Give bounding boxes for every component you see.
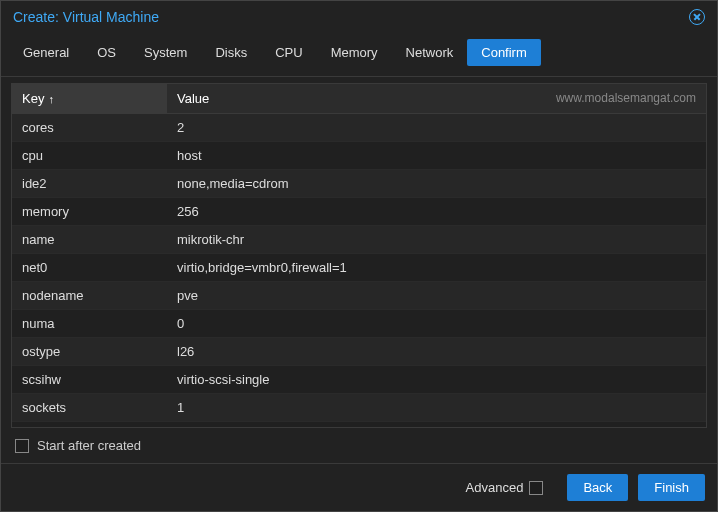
- cell-key: ide2: [12, 170, 167, 197]
- advanced-checkbox[interactable]: [529, 481, 543, 495]
- sort-asc-icon: ↑: [48, 93, 54, 105]
- cell-value: 1: [167, 394, 706, 421]
- cell-value: 0: [167, 310, 706, 337]
- summary-grid: Key ↑ Value www.modalsemangat.com cores2…: [11, 83, 707, 428]
- cell-key: sockets: [12, 394, 167, 421]
- tab-general[interactable]: General: [9, 39, 83, 66]
- finish-button[interactable]: Finish: [638, 474, 705, 501]
- cell-value: 100: [167, 422, 706, 427]
- dialog-footer: Advanced Back Finish: [1, 463, 717, 511]
- start-after-created-option: Start after created: [11, 428, 707, 457]
- table-row[interactable]: scsihwvirtio-scsi-single: [12, 366, 706, 394]
- table-row[interactable]: sockets1: [12, 394, 706, 422]
- wizard-tabs: GeneralOSSystemDisksCPUMemoryNetworkConf…: [1, 33, 717, 77]
- cell-key: cpu: [12, 142, 167, 169]
- cell-key: cores: [12, 114, 167, 141]
- table-row[interactable]: ide2none,media=cdrom: [12, 170, 706, 198]
- table-row[interactable]: nodenamepve: [12, 282, 706, 310]
- cell-key: scsihw: [12, 366, 167, 393]
- advanced-label: Advanced: [466, 480, 524, 495]
- tab-cpu[interactable]: CPU: [261, 39, 316, 66]
- cell-value: l26: [167, 338, 706, 365]
- back-button[interactable]: Back: [567, 474, 628, 501]
- cell-key: numa: [12, 310, 167, 337]
- start-after-created-checkbox[interactable]: [15, 439, 29, 453]
- tab-confirm[interactable]: Confirm: [467, 39, 541, 66]
- table-row[interactable]: ostypel26: [12, 338, 706, 366]
- window-title: Create: Virtual Machine: [13, 9, 159, 25]
- grid-header: Key ↑ Value www.modalsemangat.com: [12, 84, 706, 114]
- tab-os[interactable]: OS: [83, 39, 130, 66]
- cell-key: name: [12, 226, 167, 253]
- tab-system[interactable]: System: [130, 39, 201, 66]
- create-vm-dialog: Create: Virtual Machine GeneralOSSystemD…: [0, 0, 718, 512]
- dialog-body: Key ↑ Value www.modalsemangat.com cores2…: [1, 77, 717, 463]
- table-row[interactable]: memory256: [12, 198, 706, 226]
- table-row[interactable]: net0virtio,bridge=vmbr0,firewall=1: [12, 254, 706, 282]
- cell-key: nodename: [12, 282, 167, 309]
- cell-value: pve: [167, 282, 706, 309]
- cell-value: mikrotik-chr: [167, 226, 706, 253]
- table-row[interactable]: numa0: [12, 310, 706, 338]
- table-row[interactable]: cpuhost: [12, 142, 706, 170]
- cell-value: virtio,bridge=vmbr0,firewall=1: [167, 254, 706, 281]
- cell-value: 2: [167, 114, 706, 141]
- cell-key: vmid: [12, 422, 167, 427]
- tab-network[interactable]: Network: [392, 39, 468, 66]
- cell-key: memory: [12, 198, 167, 225]
- cell-value: none,media=cdrom: [167, 170, 706, 197]
- cell-key: ostype: [12, 338, 167, 365]
- advanced-option: Advanced: [466, 480, 552, 495]
- tab-memory[interactable]: Memory: [317, 39, 392, 66]
- column-header-key[interactable]: Key ↑: [12, 84, 167, 113]
- tab-disks[interactable]: Disks: [201, 39, 261, 66]
- table-row[interactable]: vmid100: [12, 422, 706, 427]
- cell-key: net0: [12, 254, 167, 281]
- column-header-value-label: Value: [177, 91, 209, 106]
- table-row[interactable]: cores2: [12, 114, 706, 142]
- titlebar: Create: Virtual Machine: [1, 1, 717, 33]
- table-row[interactable]: namemikrotik-chr: [12, 226, 706, 254]
- cell-value: 256: [167, 198, 706, 225]
- column-header-key-label: Key: [22, 91, 44, 106]
- close-icon[interactable]: [689, 9, 705, 25]
- start-after-created-label: Start after created: [37, 438, 141, 453]
- cell-value: virtio-scsi-single: [167, 366, 706, 393]
- watermark-text: www.modalsemangat.com: [556, 91, 696, 105]
- cell-value: host: [167, 142, 706, 169]
- grid-rows: cores2cpuhostide2none,media=cdrommemory2…: [12, 114, 706, 427]
